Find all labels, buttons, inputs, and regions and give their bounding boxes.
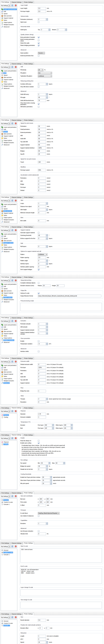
distance-from-object-input[interactable]: 6 xyxy=(38,205,46,208)
diameter-input[interactable]: 1.75 xyxy=(38,413,46,416)
spin-up-button[interactable] xyxy=(46,245,48,246)
sidebar-item-output-options[interactable]: Output options xyxy=(1,246,17,248)
infill-before-perimeters-checkbox[interactable] xyxy=(38,106,40,108)
output-filename-format-input[interactable]: [input_filename]-[input_filename_base]-[… xyxy=(38,295,101,297)
support-material-interface-input[interactable]: 100% xyxy=(38,147,46,149)
tab-filament-settings[interactable]: Filament Settings xyxy=(10,357,23,360)
support-material-input[interactable]: 0 xyxy=(38,382,46,384)
preset-select[interactable]: My Settings xyxy=(1,320,10,322)
sidebar-item-layers-and-perimeters[interactable]: Layers and perimeters xyxy=(1,70,17,72)
keep-fan-always-on-checkbox[interactable] xyxy=(38,440,40,442)
sidebar-item-skirt-and-brim[interactable]: Skirt and brim xyxy=(1,210,17,212)
spin-down-button[interactable] xyxy=(46,327,48,328)
solid-layers-top-input[interactable]: 3 xyxy=(41,28,49,31)
tab-print-settings[interactable]: Print Settings xyxy=(0,276,10,278)
z-offset-input[interactable]: 0 xyxy=(38,504,46,506)
sidebar-item-advanced[interactable]: Advanced xyxy=(1,382,17,384)
spin-down-button[interactable] xyxy=(46,94,48,96)
sidebar-item-notes[interactable]: Notes xyxy=(1,81,17,83)
sidebar-item-infill[interactable]: Infill xyxy=(1,10,17,12)
sidebar-item-support-material[interactable]: Support material xyxy=(1,292,17,294)
spin-down-button[interactable] xyxy=(46,236,48,237)
spin-down-button[interactable] xyxy=(46,210,48,211)
infill-extruder-input[interactable]: 1 xyxy=(38,326,46,328)
enable-fan-if-layer-print-time-is-below-input[interactable]: 60 xyxy=(42,476,50,478)
preset-select[interactable]: My Settings xyxy=(1,437,10,440)
first-layer-input[interactable]: 0 xyxy=(38,186,46,189)
tab-print-settings[interactable]: Print Settings xyxy=(0,613,10,615)
extruder-clearance-mm-height-input[interactable]: 20 xyxy=(56,284,64,287)
sidebar-item-speed[interactable]: Speed xyxy=(1,238,17,240)
save-preset-button[interactable] xyxy=(11,320,14,322)
bed-other-layers-input[interactable]: 115 xyxy=(63,427,71,430)
tab-filament-settings[interactable]: Filament Settings xyxy=(10,196,23,198)
top-solid-infill-input[interactable]: 0 xyxy=(38,379,46,381)
delete-preset-button[interactable] xyxy=(14,360,17,363)
spin-down-button[interactable] xyxy=(49,463,51,464)
gcode-textarea[interactable] xyxy=(20,303,102,311)
external-perimeters-input[interactable]: 30 xyxy=(38,131,46,134)
perimeters-minimum-input[interactable]: 2 xyxy=(38,18,46,21)
spin-down-button[interactable] xyxy=(46,330,48,332)
verbose-g-code-checkbox[interactable] xyxy=(38,292,40,294)
tab-print-settings[interactable]: Print Settings xyxy=(0,1,10,4)
bed-size-y-input[interactable]: 200 xyxy=(46,498,50,500)
delete-preset-button[interactable] xyxy=(14,437,17,440)
spin-up-button[interactable] xyxy=(50,479,52,480)
tab-print-settings[interactable]: Print Settings xyxy=(0,196,10,198)
save-preset-button[interactable] xyxy=(11,4,14,7)
sidebar-item-cooling[interactable]: Cooling xyxy=(1,443,17,446)
spin-down-button[interactable] xyxy=(46,334,48,335)
preset-select[interactable]: My Settings xyxy=(1,616,10,619)
sidebar-item-output-options[interactable]: Output options xyxy=(1,216,17,219)
seam-position-select[interactable]: Random xyxy=(38,52,45,54)
pattern-angle-input[interactable]: 0 xyxy=(38,260,46,262)
vibration-limit-input[interactable]: 0 xyxy=(38,532,46,535)
bed-first-layer-input[interactable]: 120 xyxy=(44,427,52,430)
sidebar-item-multiple-extruders[interactable]: Multiple Extruders xyxy=(1,85,17,87)
complete-individual-objects-checkbox[interactable] xyxy=(38,282,40,284)
tab-printer-settings[interactable]: Printer Settings xyxy=(23,492,34,494)
solid-infill-input[interactable]: 60 xyxy=(38,138,46,140)
sidebar-item-infill[interactable]: Infill xyxy=(1,286,17,288)
sidebar-item-notes[interactable]: Notes xyxy=(1,294,17,296)
first-layer-height-input[interactable]: 0.3 xyxy=(38,10,46,13)
sidebar-item-support-material[interactable]: Support material xyxy=(1,242,17,244)
spin-up-button[interactable] xyxy=(46,262,48,264)
sidebar-item-support-material[interactable]: Support material xyxy=(1,332,17,335)
save-preset-button[interactable] xyxy=(11,66,14,68)
sidebar-item-cooling[interactable]: Cooling xyxy=(1,416,17,418)
threads-input[interactable]: 2 xyxy=(38,398,46,400)
extruder-clearance-mm-radius-input[interactable]: 20 xyxy=(43,284,51,287)
preset-select[interactable]: My Settings xyxy=(1,4,10,7)
sidebar-item-custom-g-code[interactable]: Custom G-code xyxy=(1,552,17,554)
spin-down-button[interactable] xyxy=(46,264,48,265)
tab-filament-settings[interactable]: Filament Settings xyxy=(10,542,23,544)
sidebar-item-skirt-and-brim[interactable]: Skirt and brim xyxy=(1,240,17,242)
perimeter-extruder-input[interactable]: 1 xyxy=(38,323,46,325)
sidebar-item-advanced[interactable]: Advanced xyxy=(1,221,17,223)
layer-height-input[interactable]: 0.3 xyxy=(38,7,46,10)
extruders-input[interactable]: 1 xyxy=(38,522,46,525)
tab-filament-settings[interactable]: Filament Settings xyxy=(10,276,23,278)
default-extrusion-width-input[interactable]: 0 xyxy=(38,363,46,366)
fill-pattern-select[interactable]: line xyxy=(38,72,52,74)
bridges-fan-speed-input[interactable]: 30 xyxy=(38,465,46,468)
sidebar-item-output-options[interactable]: Output options xyxy=(1,83,17,85)
tab-filament-settings[interactable]: Filament Settings xyxy=(10,1,23,4)
tab-printer-settings[interactable]: Printer Settings xyxy=(23,226,34,228)
solid-infill-threshold-area-input[interactable]: 70 xyxy=(38,99,46,102)
gcode-textarea[interactable] xyxy=(20,590,102,596)
tab-filament-settings[interactable]: Filament Settings xyxy=(10,434,23,436)
fill-angle-input[interactable]: 45 xyxy=(38,96,46,99)
sidebar-item-support-material[interactable]: Support material xyxy=(1,373,17,375)
preset-select[interactable]: My Settings xyxy=(1,229,10,232)
spin-down-button[interactable] xyxy=(65,30,67,31)
first-layer-speed-input[interactable]: 50% xyxy=(38,169,46,172)
sidebar-item-output-options[interactable]: Output options xyxy=(1,22,17,24)
sidebar-item-general[interactable]: General xyxy=(1,499,17,501)
sidebar-item-infill[interactable]: Infill xyxy=(1,206,17,208)
spin-down-button[interactable] xyxy=(46,261,48,262)
tab-print-settings[interactable]: Print Settings xyxy=(0,316,10,319)
fill-density-select[interactable]: 25 xyxy=(38,69,44,71)
